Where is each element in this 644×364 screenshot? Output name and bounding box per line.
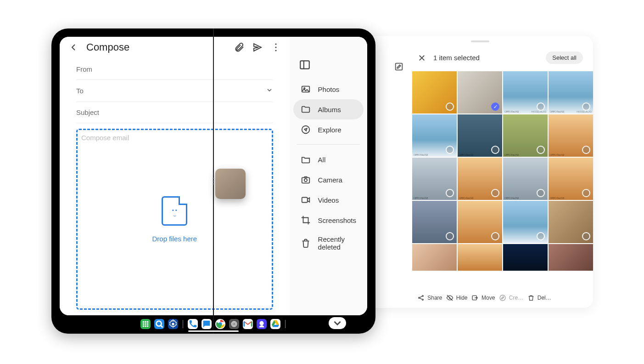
- sidebar-label: Camera: [318, 176, 342, 184]
- move-button[interactable]: Move: [471, 294, 495, 301]
- svg-point-29: [422, 296, 424, 297]
- taskbar-search-icon[interactable]: [154, 319, 164, 329]
- svg-point-2: [275, 50, 276, 51]
- sidebar-item-screenshots[interactable]: Screenshots: [290, 210, 367, 230]
- taskbar-camera-icon[interactable]: [229, 319, 239, 329]
- taskbar-drive-icon[interactable]: [270, 319, 280, 329]
- photo-thumb[interactable]: [503, 244, 548, 271]
- to-label: To: [76, 87, 84, 95]
- video-icon: [301, 195, 311, 205]
- svg-point-21: [172, 323, 174, 325]
- svg-point-30: [422, 299, 424, 301]
- panel-toggle-icon[interactable]: [299, 59, 311, 71]
- taskbar-separator: [183, 320, 183, 328]
- sidebar-label: Recently deleted: [318, 235, 356, 251]
- photo-thumb[interactable]: OPPO Find N3: [503, 158, 548, 200]
- photo-grid: OPPO Find N3HASSELBLAD OPPO Find N3HASSE…: [367, 71, 593, 290]
- taskbar-chrome-icon[interactable]: [215, 319, 225, 329]
- more-icon[interactable]: [270, 42, 281, 53]
- taskbar-phone-icon[interactable]: [188, 319, 198, 329]
- image-icon: [301, 84, 311, 94]
- photo-thumb[interactable]: [503, 201, 548, 243]
- share-button[interactable]: Share: [417, 294, 442, 301]
- taskbar: [140, 319, 286, 329]
- svg-point-16: [147, 323, 149, 325]
- folder-open-icon: [301, 154, 311, 165]
- photo-thumb[interactable]: OPPO Find N3: [412, 114, 457, 157]
- sidebar-item-camera[interactable]: Camera: [290, 170, 367, 190]
- sidebar-label: Explore: [318, 126, 342, 134]
- photo-thumb[interactable]: OPPO Find N3: [412, 158, 457, 200]
- share-icon: [417, 294, 425, 301]
- taskbar-gmail-icon[interactable]: [243, 319, 253, 329]
- trash-icon: [527, 294, 535, 301]
- photo-thumb[interactable]: [412, 201, 457, 243]
- taskbar-apps-icon[interactable]: [140, 319, 151, 329]
- subject-field[interactable]: Subject: [76, 102, 273, 123]
- photo-thumb[interactable]: [458, 201, 502, 243]
- back-icon[interactable]: [68, 42, 79, 53]
- gmail-compose-pane: Compose From To: [60, 37, 290, 315]
- close-icon[interactable]: [418, 54, 426, 62]
- taskbar-collapse-icon[interactable]: [329, 317, 346, 329]
- select-all-button[interactable]: Select all: [546, 51, 583, 64]
- camera-icon: [301, 175, 311, 185]
- svg-rect-10: [302, 198, 307, 203]
- create-button[interactable]: Cre…: [499, 294, 523, 301]
- compose-title: Compose: [86, 41, 226, 53]
- photo-thumb-selected[interactable]: [458, 71, 502, 114]
- taskbar-messages-icon[interactable]: [202, 319, 212, 329]
- taskbar-agent-icon[interactable]: [257, 319, 267, 329]
- crop-icon: [301, 215, 311, 225]
- photo-thumb[interactable]: OPPO Find N3: [549, 158, 593, 200]
- svg-point-26: [259, 321, 263, 325]
- hide-icon: [446, 294, 454, 301]
- svg-point-14: [143, 323, 145, 325]
- sidebar-item-photos[interactable]: Photos: [290, 79, 367, 99]
- delete-button[interactable]: Del…: [527, 294, 551, 301]
- to-field[interactable]: To: [76, 80, 273, 102]
- photo-thumb[interactable]: OPPO Find N3: [458, 114, 502, 157]
- photo-thumb[interactable]: OPPO Find N3: [503, 114, 548, 157]
- photo-thumb[interactable]: [549, 244, 593, 271]
- photo-thumb[interactable]: OPPO Find N3HASSELBLAD: [503, 71, 548, 114]
- sidebar-item-recently-deleted[interactable]: Recently deleted: [290, 230, 367, 256]
- svg-point-25: [233, 323, 235, 325]
- svg-point-19: [147, 325, 149, 327]
- taskbar-settings-icon[interactable]: [168, 319, 178, 329]
- from-field[interactable]: From: [76, 59, 273, 80]
- hinge-dots: [213, 178, 214, 185]
- attach-icon[interactable]: [234, 42, 245, 53]
- send-icon[interactable]: [252, 42, 263, 53]
- sidebar-label: Photos: [318, 85, 340, 93]
- sidebar-item-explore[interactable]: Explore: [290, 119, 367, 140]
- edit-icon[interactable]: [394, 62, 404, 72]
- gallery-action-bar: Share Hide Move Cre… Del…: [367, 290, 593, 308]
- hide-button[interactable]: Hide: [446, 294, 468, 301]
- selection-count: 1 item selected: [433, 54, 538, 62]
- chevron-down-icon[interactable]: [266, 86, 273, 95]
- sidebar-label: Videos: [318, 196, 339, 204]
- photo-thumb[interactable]: OPPO Find N3: [458, 158, 502, 200]
- photo-thumb[interactable]: [412, 71, 457, 114]
- svg-point-11: [143, 321, 145, 323]
- dragged-photo-thumbnail[interactable]: [215, 169, 246, 199]
- drop-zone[interactable]: Compose email • •⌣ Drop files here: [76, 129, 273, 310]
- sidebar-item-videos[interactable]: Videos: [290, 190, 367, 210]
- photo-thumb[interactable]: OPPO Find N3HASSELBLAD: [549, 71, 593, 114]
- sidebar-item-all[interactable]: All: [290, 149, 367, 170]
- file-smile-icon: • •⌣: [162, 196, 187, 226]
- photo-thumb[interactable]: [412, 244, 457, 271]
- svg-point-9: [304, 179, 307, 182]
- photo-thumb[interactable]: [458, 244, 502, 271]
- svg-point-15: [145, 323, 146, 325]
- photo-thumb[interactable]: [549, 201, 593, 243]
- gesture-bar[interactable]: [188, 330, 239, 332]
- photo-thumb[interactable]: OPPO Find N3: [549, 114, 593, 157]
- compass-icon: [301, 125, 311, 135]
- svg-point-24: [232, 322, 237, 327]
- drop-label: Drop files here: [152, 235, 197, 243]
- svg-point-17: [143, 325, 145, 327]
- svg-point-28: [419, 297, 420, 299]
- sidebar-item-albums[interactable]: Albums: [293, 99, 364, 119]
